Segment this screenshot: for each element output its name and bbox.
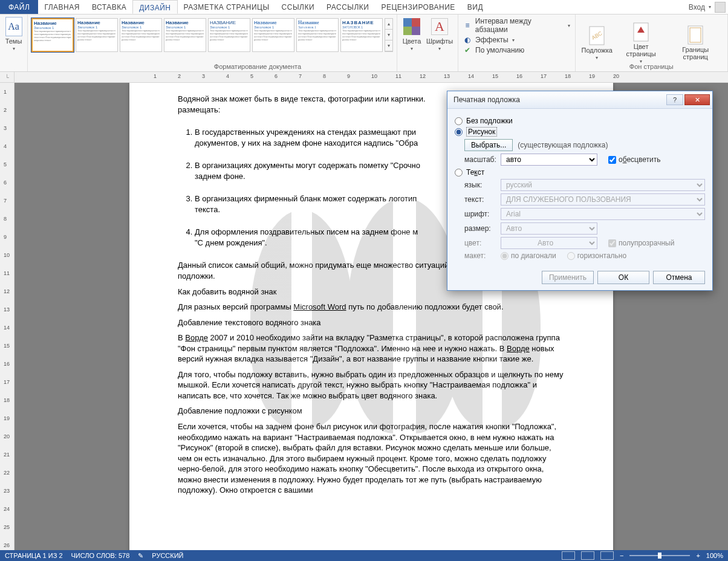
tab-design[interactable]: ДИЗАЙН — [132, 0, 177, 14]
gallery-spinner[interactable]: ▴▾▾ — [385, 18, 393, 52]
svg-rect-3 — [688, 26, 703, 44]
semitransparent-checkbox: полупрозрачный — [608, 239, 674, 247]
ok-button[interactable]: ОК — [597, 271, 649, 284]
style-thumb[interactable]: НАЗВАНИЕЗаголовок 1Текстпримератекстприм… — [208, 18, 250, 52]
watermark-dialog: Печатная подложка ? ✕ Без подложки Рисун… — [447, 91, 713, 291]
page-color-icon — [631, 22, 651, 42]
zoom-level[interactable]: 100% — [706, 552, 723, 559]
ribbon: Aa Темы ▾ НазваниеЗаголовок 1Текстпример… — [0, 15, 728, 72]
style-thumb[interactable]: НазваниеЗаголовок 1Текстпримератекстприм… — [31, 18, 74, 52]
radio-no-watermark[interactable]: Без подложки — [455, 117, 705, 125]
themes-button[interactable]: Aa Темы ▾ — [3, 17, 25, 51]
status-lang[interactable]: РУССКИЙ — [152, 552, 183, 559]
status-proof-icon[interactable]: ✎ — [138, 552, 143, 560]
lang-select: русский — [501, 179, 705, 191]
diagonal-radio: по диагонали — [501, 251, 556, 260]
ruler-horizontal[interactable]: 1234567891011121314151617181920 — [15, 72, 728, 83]
style-thumb[interactable]: НАЗВАНИЕЗАГОЛОВОК 1Текстпримератекстприм… — [340, 18, 383, 52]
page-borders-icon — [686, 25, 705, 45]
tab-mailings[interactable]: РАССЫЛКИ — [320, 0, 375, 14]
zoom-in-button[interactable]: + — [696, 552, 700, 559]
radio-text[interactable]: Текст — [455, 168, 705, 177]
tab-links[interactable]: ССЫЛКИ — [276, 0, 320, 14]
help-button[interactable]: ? — [666, 94, 683, 105]
scale-select[interactable]: авто — [501, 154, 597, 166]
default-button[interactable]: ✔По умолчанию — [463, 46, 524, 54]
status-bar: СТРАНИЦА 1 ИЗ 2 ЧИСЛО СЛОВ: 578 ✎ РУССКИ… — [0, 550, 728, 561]
tab-home[interactable]: ГЛАВНАЯ — [38, 0, 86, 14]
tab-file[interactable]: ФАЙЛ — [0, 0, 38, 14]
size-select: Авто — [501, 222, 597, 235]
fonts-button[interactable]: AШрифты▾ — [426, 17, 453, 51]
effects-icon: ◐ — [463, 36, 472, 44]
washout-checkbox[interactable]: обесцветить — [608, 155, 660, 164]
watermark-button[interactable]: ABCПодложка▾ — [582, 26, 613, 60]
zoom-out-button[interactable]: − — [620, 552, 623, 559]
horizontal-radio: горизонтально — [567, 251, 626, 260]
style-thumb[interactable]: НазваниеЗаголовок 1Текстпримератекстприм… — [296, 18, 339, 52]
spacing-icon: ≡ — [463, 21, 472, 30]
watermark-icon: ABC — [587, 26, 606, 45]
styles-gallery[interactable]: НазваниеЗаголовок 1Текстпримератекстприм… — [31, 17, 393, 52]
color-select: Авто — [501, 237, 597, 249]
style-thumb[interactable]: НазваниеЗаголовок 1Текстпримератекстприм… — [120, 18, 162, 52]
page-borders-button[interactable]: Границы страниц — [669, 25, 721, 60]
close-button[interactable]: ✕ — [684, 94, 710, 105]
paragraph-spacing-button[interactable]: ≡Интервал между абзацами▾ — [463, 17, 570, 34]
ruler-corner: └ — [0, 72, 15, 83]
status-words[interactable]: ЧИСЛО СЛОВ: 578 — [71, 552, 130, 559]
tab-bar: ФАЙЛ ГЛАВНАЯ ВСТАВКА ДИЗАЙН РАЗМЕТКА СТР… — [0, 0, 728, 15]
group-label-docformat: Форматирование документа — [143, 63, 372, 70]
apply-button: Применить — [542, 271, 594, 284]
zoom-slider[interactable] — [629, 555, 690, 556]
dialog-titlebar[interactable]: Печатная подложка ? ✕ — [447, 91, 712, 108]
style-thumb[interactable]: НазваниеЗаголовок 1Текстпримератекстприм… — [164, 18, 206, 52]
tab-insert[interactable]: ВСТАВКА — [86, 0, 132, 14]
font-select: Arial — [501, 208, 705, 220]
tab-view[interactable]: ВИД — [461, 0, 489, 14]
select-picture-button[interactable]: Выбрать... — [464, 139, 513, 151]
style-thumb[interactable]: НазваниеЗаголовок 1Текстпримератекстприм… — [76, 18, 118, 52]
effects-button[interactable]: ◐Эффекты▾ — [463, 36, 515, 44]
check-icon: ✔ — [463, 46, 472, 54]
login-link[interactable]: Вход ▾ — [686, 0, 728, 14]
text-select: ДЛЯ СЛУЖЕБНОГО ПОЛЬЗОВАНИЯ — [501, 193, 705, 206]
page-color-button[interactable]: Цвет страницы▾ — [619, 22, 664, 64]
style-thumb[interactable]: НазваниеЗаголовок 1Текстпримератекстприм… — [252, 18, 294, 52]
view-web-button[interactable] — [600, 551, 614, 560]
status-page[interactable]: СТРАНИЦА 1 ИЗ 2 — [5, 552, 63, 559]
tab-review[interactable]: РЕЦЕНЗИРОВАНИЕ — [375, 0, 461, 14]
view-read-button[interactable] — [562, 551, 575, 560]
ruler-vertical[interactable]: 1234567891011121314151617181920212223242… — [0, 83, 15, 550]
group-label-pagebg: Фон страницы — [576, 63, 727, 70]
radio-picture[interactable]: Рисунок — [455, 127, 705, 137]
tab-layout[interactable]: РАЗМЕТКА СТРАНИЦЫ — [178, 0, 276, 14]
view-print-button[interactable] — [581, 551, 594, 560]
cancel-button[interactable]: Отмена — [653, 271, 705, 284]
colors-button[interactable]: Цвета▾ — [402, 17, 421, 51]
user-avatar-icon — [715, 2, 726, 13]
